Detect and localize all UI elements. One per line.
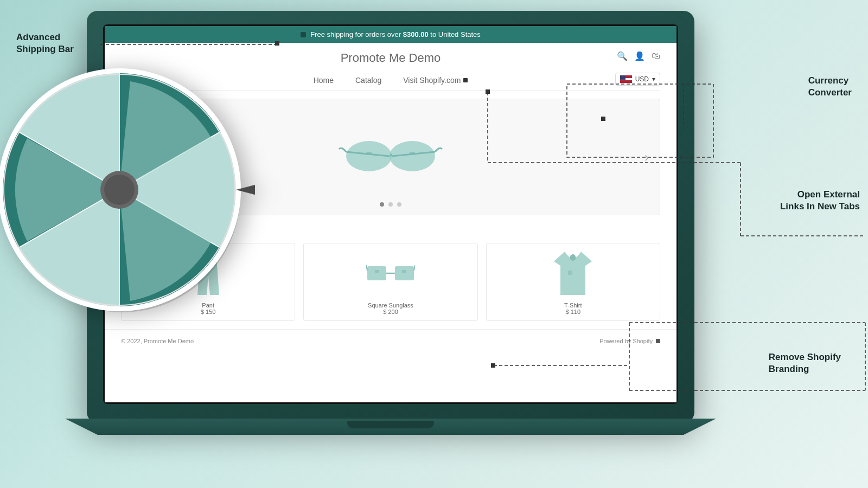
nav-visit-shopify[interactable]: Visit Shopify.com <box>403 76 468 85</box>
annotation-advanced-shipping-bar: Advanced Shipping Bar <box>16 31 74 55</box>
laptop: Free shipping for orders over $300.00 to… <box>87 11 694 455</box>
store-footer: © 2022, Promote Me Demo Powered by Shopi… <box>105 329 676 352</box>
svg-point-45 <box>104 175 135 205</box>
search-icon[interactable]: 🔍 <box>617 51 628 61</box>
svg-line-28 <box>366 265 367 271</box>
product-price-tshirt: $ 110 <box>492 309 654 315</box>
flag-icon <box>620 75 632 83</box>
svg-rect-33 <box>568 271 572 275</box>
currency-chevron: ▾ <box>652 75 655 83</box>
svg-rect-26 <box>395 266 414 280</box>
nav-catalog[interactable]: Catalog <box>355 76 381 85</box>
svg-rect-32 <box>570 254 576 261</box>
product-image-tshirt <box>492 249 654 298</box>
slider-dot-3[interactable] <box>397 202 401 207</box>
footer-dot <box>656 339 660 343</box>
svg-rect-30 <box>375 270 379 273</box>
product-name-sunglass: Square Sunglass <box>309 302 471 309</box>
wheel-of-fortune <box>0 54 255 325</box>
shipping-bar: Free shipping for orders over $300.00 to… <box>105 26 676 43</box>
svg-rect-25 <box>367 266 386 280</box>
annotation-open-external-links: Open External Links In New Tabs <box>780 189 860 213</box>
footer-copyright: © 2022, Promote Me Demo <box>121 338 194 344</box>
svg-line-29 <box>414 265 415 271</box>
currency-converter-button[interactable]: USD ▾ <box>615 73 660 86</box>
annotation-remove-branding: Remove Shopify Branding <box>769 351 841 375</box>
slider-dot-1[interactable] <box>380 202 384 207</box>
nav-home[interactable]: Home <box>314 76 334 85</box>
header-icons: 🔍 👤 🛍 <box>617 51 660 61</box>
product-card-sunglass[interactable]: Square Sunglass $ 200 <box>303 243 477 321</box>
product-card-tshirt[interactable]: T-Shirt $ 110 <box>486 243 660 321</box>
product-price-sunglass: $ 200 <box>309 309 471 315</box>
laptop-notch <box>347 421 434 428</box>
slider-dot-2[interactable] <box>388 202 393 207</box>
footer-powered: Powered by Shopify <box>599 338 653 344</box>
user-icon[interactable]: 👤 <box>634 51 645 61</box>
currency-code: USD <box>635 75 649 83</box>
wheel-svg <box>0 54 255 325</box>
product-image-sunglass <box>309 249 471 298</box>
slider-dots <box>380 202 401 207</box>
slider-next-arrow[interactable]: › <box>644 150 649 165</box>
shipping-bar-text: Free shipping for orders over $300.00 to… <box>310 30 481 38</box>
shipping-amount: $300.00 <box>403 30 429 38</box>
hero-image <box>336 130 445 184</box>
annotation-currency-converter: Currency Converter <box>808 75 852 99</box>
footer-right: Powered by Shopify <box>599 338 660 344</box>
shipping-bar-dot <box>301 32 306 37</box>
cart-icon[interactable]: 🛍 <box>652 51 660 61</box>
nav-dot <box>463 78 468 82</box>
svg-rect-31 <box>402 270 406 273</box>
product-name-tshirt: T-Shirt <box>492 302 654 309</box>
